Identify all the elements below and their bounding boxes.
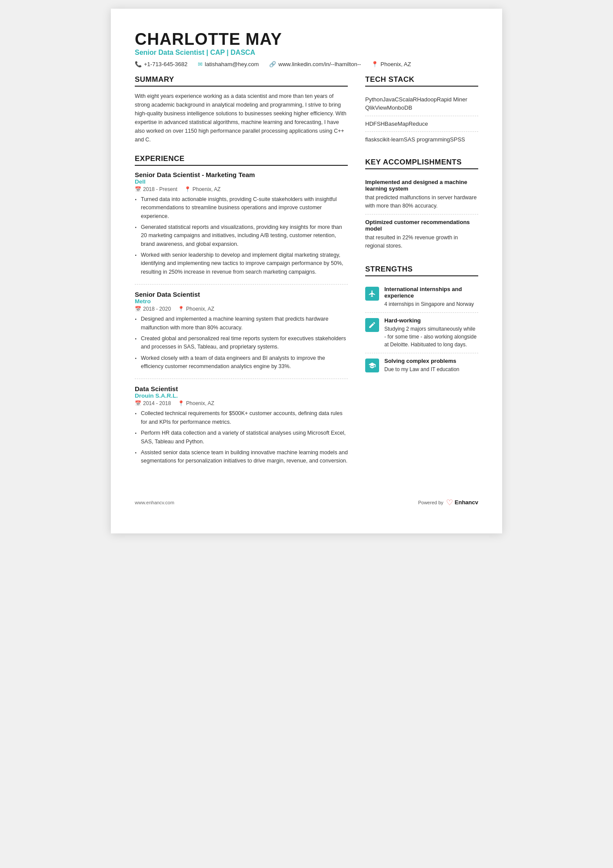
- job-2-company: Metro: [135, 298, 348, 305]
- resume-page: CHARLOTTE MAY Senior Data Scientist | CA…: [111, 9, 502, 533]
- strength-1-text: 4 internships in Singapore and Norway: [384, 300, 478, 308]
- strength-3: Solving complex problems Due to my Law a…: [365, 353, 478, 378]
- job-3-bullet-2: Perform HR data collection and a variety…: [135, 429, 348, 446]
- strength-1-icon-wrap: [365, 287, 379, 301]
- strength-3-content: Solving complex problems Due to my Law a…: [384, 358, 460, 373]
- strength-1-title: International internships and experience: [384, 286, 478, 299]
- summary-section: SUMMARY With eight years experience work…: [135, 75, 348, 144]
- phone-icon: 📞: [135, 61, 142, 67]
- job-3-meta: 📅 2014 - 2018 📍 Phoenix, AZ: [135, 400, 348, 406]
- job-2-bullet-2: Created global and personalized real tim…: [135, 335, 348, 352]
- job-divider-2: [135, 379, 348, 379]
- candidate-title: Senior Data Scientist | CAP | DASCA: [135, 49, 478, 57]
- linkedin-icon: 🔗: [269, 61, 276, 67]
- strength-2-title: Hard-working: [384, 317, 478, 324]
- job-3-bullets: Collected technical requirements for $50…: [135, 409, 348, 465]
- strength-3-text: Due to my Law and IT education: [384, 365, 460, 373]
- candidate-name: CHARLOTTE MAY: [135, 30, 478, 49]
- strengths-title: STRENGTHS: [365, 265, 478, 276]
- calendar-icon-2: 📅: [135, 306, 141, 312]
- location-contact: 📍 Phoenix, AZ: [371, 61, 411, 67]
- strength-3-icon-wrap: [365, 359, 379, 372]
- strength-2: Hard-working Studying 2 majors simultane…: [365, 313, 478, 353]
- experience-title: EXPERIENCE: [135, 154, 348, 166]
- powered-by-text: Powered by: [418, 500, 443, 505]
- logo-heart-icon: ♡: [446, 498, 453, 507]
- job-2-title: Senior Data Scientist: [135, 291, 348, 298]
- phone-value: +1-713-645-3682: [144, 61, 187, 67]
- left-column: SUMMARY With eight years experience work…: [135, 75, 348, 476]
- calendar-icon-1: 📅: [135, 186, 141, 192]
- location-icon-3: 📍: [178, 400, 184, 406]
- tech-stack-section: TECH STACK PythonJavaCScalaRHadoopRapid …: [365, 75, 478, 147]
- job-1-period: 📅 2018 - Present: [135, 186, 177, 192]
- job-1-bullet-3: Worked with senior leadership to develop…: [135, 251, 348, 276]
- footer-powered: Powered by ♡ Enhancv: [418, 498, 478, 507]
- right-column: TECH STACK PythonJavaCScalaRHadoopRapid …: [365, 75, 478, 476]
- job-2-bullets: Designed and implemented a machine learn…: [135, 315, 348, 371]
- accomplishment-1-title: Implemented and designed a machine learn…: [365, 179, 478, 192]
- email-icon: ✉: [198, 61, 203, 67]
- tech-stack-title: TECH STACK: [365, 75, 478, 87]
- footer-url: www.enhancv.com: [135, 500, 174, 505]
- job-3-period: 📅 2014 - 2018: [135, 400, 171, 406]
- job-2-period: 📅 2018 - 2020: [135, 306, 171, 312]
- accomplishment-2-text: that resulted in 22% revenue growth in r…: [365, 234, 478, 250]
- calendar-icon-3: 📅: [135, 400, 141, 406]
- accomplishment-1-text: that predicted malfunctions in server ha…: [365, 194, 478, 210]
- summary-text: With eight years experience working as a…: [135, 92, 348, 144]
- strength-2-icon-wrap: [365, 318, 379, 332]
- graduation-icon: [368, 362, 376, 369]
- summary-title: SUMMARY: [135, 75, 348, 87]
- experience-section: EXPERIENCE Senior Data Scientist - Marke…: [135, 154, 348, 466]
- location-value: Phoenix, AZ: [380, 61, 411, 67]
- tech-stack-row-3: flaskscikit-learnSAS programmingSPSS: [365, 132, 478, 147]
- two-column-layout: SUMMARY With eight years experience work…: [135, 75, 478, 476]
- tech-stack-row-2: HDFSHBaseMapReduce: [365, 116, 478, 132]
- job-2-meta: 📅 2018 - 2020 📍 Phoenix, AZ: [135, 306, 348, 312]
- job-1-bullet-1: Turned data into actionable insights, pr…: [135, 195, 348, 221]
- location-icon-1: 📍: [184, 186, 191, 192]
- location-icon: 📍: [371, 61, 378, 67]
- accomplishment-2-title: Optimized customer recommendations model: [365, 219, 478, 232]
- accomplishments-section: KEY ACCOMPLISHMENTS Implemented and desi…: [365, 158, 478, 255]
- job-1-company: Dell: [135, 178, 348, 185]
- header: CHARLOTTE MAY Senior Data Scientist | CA…: [135, 30, 478, 67]
- accomplishment-1: Implemented and designed a machine learn…: [365, 174, 478, 215]
- job-3: Data Scientist Drouin S.A.R.L. 📅 2014 - …: [135, 385, 348, 465]
- footer: www.enhancv.com Powered by ♡ Enhancv: [135, 493, 478, 507]
- job-2-bullet-1: Designed and implemented a machine learn…: [135, 315, 348, 332]
- strength-1: International internships and experience…: [365, 282, 478, 313]
- strength-2-content: Hard-working Studying 2 majors simultane…: [384, 317, 478, 349]
- job-1: Senior Data Scientist - Marketing Team D…: [135, 171, 348, 276]
- strengths-section: STRENGTHS International internships and …: [365, 265, 478, 378]
- plane-icon: [368, 290, 376, 298]
- job-2: Senior Data Scientist Metro 📅 2018 - 202…: [135, 291, 348, 371]
- phone-contact: 📞 +1-713-645-3682: [135, 61, 187, 67]
- job-1-title: Senior Data Scientist - Marketing Team: [135, 171, 348, 178]
- tech-stack-row-1: PythonJavaCScalaRHadoopRapid Miner QlikV…: [365, 92, 478, 116]
- strength-1-content: International internships and experience…: [384, 286, 478, 308]
- job-1-bullet-2: Generated statistical reports and visual…: [135, 223, 348, 248]
- job-3-bullet-3: Assisted senior data science team in bui…: [135, 449, 348, 466]
- strength-3-title: Solving complex problems: [384, 358, 460, 364]
- job-2-location: 📍 Phoenix, AZ: [178, 306, 214, 312]
- job-3-company: Drouin S.A.R.L.: [135, 392, 348, 399]
- job-1-bullets: Turned data into actionable insights, pr…: [135, 195, 348, 276]
- job-2-bullet-3: Worked closely with a team of data engin…: [135, 354, 348, 371]
- email-value: latishaham@hey.com: [205, 61, 259, 67]
- location-icon-2: 📍: [178, 306, 184, 312]
- job-divider-1: [135, 284, 348, 285]
- email-contact: ✉ latishaham@hey.com: [198, 61, 259, 67]
- job-3-bullet-1: Collected technical requirements for $50…: [135, 409, 348, 426]
- contact-row: 📞 +1-713-645-3682 ✉ latishaham@hey.com 🔗…: [135, 61, 478, 67]
- job-3-title: Data Scientist: [135, 385, 348, 392]
- job-3-location: 📍 Phoenix, AZ: [178, 400, 214, 406]
- pencil-icon: [368, 321, 376, 329]
- accomplishment-2: Optimized customer recommendations model…: [365, 214, 478, 255]
- enhancv-logo: ♡ Enhancv: [446, 498, 478, 507]
- accomplishments-title: KEY ACCOMPLISHMENTS: [365, 158, 478, 169]
- linkedin-contact: 🔗 www.linkedin.com/in/--lhamilton--: [269, 61, 361, 67]
- linkedin-value: www.linkedin.com/in/--lhamilton--: [278, 61, 361, 67]
- job-1-location: 📍 Phoenix, AZ: [184, 186, 221, 192]
